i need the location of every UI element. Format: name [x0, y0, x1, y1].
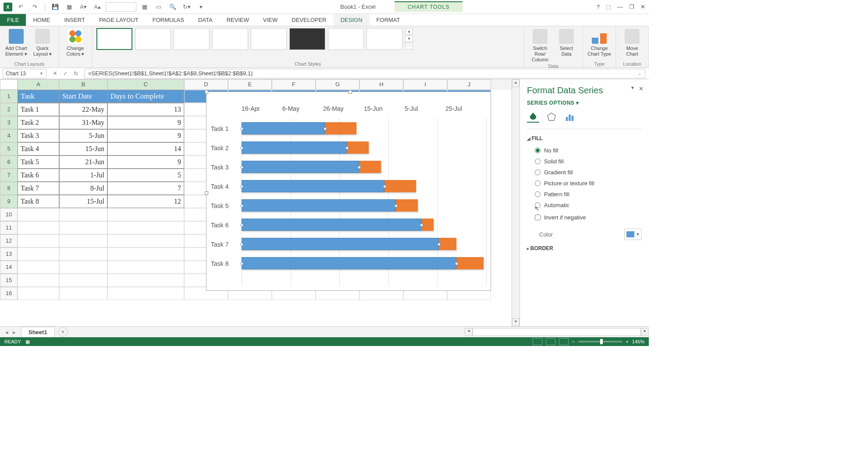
cell[interactable]: 12 [107, 195, 184, 208]
cell[interactable] [59, 221, 107, 234]
chart-category-row[interactable]: Task 3 [211, 158, 486, 177]
cell[interactable] [107, 287, 184, 300]
fill-option-radio[interactable] [535, 180, 541, 186]
row-header[interactable]: 5 [0, 142, 18, 155]
series-options-dropdown[interactable]: SERIES OPTIONS ▾ [527, 100, 642, 106]
fill-option-radio[interactable] [535, 169, 541, 175]
change-colors-button[interactable]: Change Colors ▾ [64, 28, 87, 57]
color-picker-button[interactable]: ▼ [624, 229, 642, 240]
row-header[interactable]: 2 [0, 103, 18, 116]
chart-series-bar-start-date[interactable] [242, 219, 421, 231]
cell[interactable]: 7 [107, 182, 184, 195]
fill-option-radio[interactable] [535, 159, 541, 164]
name-box[interactable]: Chart 13▼ [3, 69, 46, 78]
invert-if-negative-checkbox[interactable] [535, 215, 541, 220]
row-header[interactable]: 6 [0, 155, 18, 169]
fill-section-header[interactable]: FILL [527, 135, 642, 141]
cell[interactable] [107, 208, 184, 221]
font-combo[interactable] [106, 2, 136, 12]
select-all-box[interactable] [0, 79, 18, 90]
scroll-down-button[interactable]: ▾ [512, 318, 519, 326]
zoom-slider[interactable] [578, 341, 622, 342]
ribbon-tab-developer[interactable]: DEVELOPER [285, 14, 333, 26]
cancel-formula-button[interactable]: ✕ [50, 70, 60, 77]
cell[interactable]: Task 1 [18, 103, 59, 116]
cell[interactable] [59, 208, 107, 221]
cell[interactable]: Task 4 [18, 142, 59, 155]
undo-button[interactable]: ↶ [15, 1, 26, 13]
cell[interactable]: 14 [107, 142, 184, 155]
cell[interactable]: 5-Jun [59, 129, 107, 142]
embedded-chart[interactable]: 16-Apr6-May26-May15-Jun5-Jul25-Jul Task … [206, 92, 491, 291]
cell[interactable]: 31-May [59, 116, 107, 129]
select-data-button[interactable]: Select Data [555, 28, 578, 57]
ribbon-tab-view[interactable]: VIEW [256, 14, 285, 26]
column-header[interactable]: H [359, 79, 403, 90]
switch-row-column-button[interactable]: Switch Row/ Column [528, 28, 552, 63]
chart-series-bar-days[interactable] [347, 141, 369, 154]
row-header[interactable]: 16 [0, 287, 18, 300]
ribbon-display-button[interactable]: ⬚ [606, 4, 611, 10]
row-header[interactable]: 15 [0, 274, 18, 287]
scroll-right-button[interactable]: ▸ [641, 328, 649, 336]
chart-series-bar-days[interactable] [456, 257, 484, 269]
row-header[interactable]: 1 [0, 90, 18, 103]
row-header[interactable]: 13 [0, 247, 18, 261]
save-button[interactable]: 💾 [50, 1, 61, 13]
row-header[interactable]: 9 [0, 195, 18, 208]
cell[interactable]: Task 3 [18, 129, 59, 142]
formula-bar[interactable]: =SERIES(Sheet1!$B$1,Sheet1!$A$2:$A$9,She… [84, 69, 645, 78]
row-header[interactable]: 11 [0, 221, 18, 234]
chart-x-axis[interactable]: 16-Apr6-May26-May15-Jun5-Jul25-Jul [242, 105, 486, 112]
close-pane-button[interactable]: ✕ [639, 85, 644, 92]
chart-series-bar-start-date[interactable] [242, 141, 347, 154]
chart-category-row[interactable]: Task 1 [211, 119, 486, 138]
chart-style-thumb[interactable] [96, 28, 132, 50]
cell[interactable]: 22-May [59, 103, 107, 116]
cell[interactable]: 21-Jun [59, 155, 107, 169]
cell[interactable] [18, 261, 59, 274]
qat-button[interactable]: ↻▾ [181, 1, 192, 13]
cell[interactable]: 9 [107, 116, 184, 129]
fill-option-row[interactable]: Solid fill [527, 156, 642, 167]
cell[interactable] [59, 247, 107, 261]
scroll-left-button[interactable]: ◂ [465, 328, 473, 336]
cell[interactable] [59, 274, 107, 287]
cell[interactable] [59, 234, 107, 247]
fill-option-radio[interactable] [535, 191, 541, 197]
vertical-scrollbar[interactable]: ▴ ▾ [512, 79, 519, 326]
ribbon-tab-page-layout[interactable]: PAGE LAYOUT [92, 14, 146, 26]
cell[interactable] [107, 247, 184, 261]
cell[interactable] [59, 261, 107, 274]
chart-series-bar-start-date[interactable] [242, 199, 396, 212]
fill-option-radio[interactable] [535, 148, 541, 153]
chart-series-bar-days[interactable] [439, 238, 456, 250]
sheet-nav-prev[interactable]: ◂ [4, 329, 10, 335]
chart-series-bar-days[interactable] [384, 180, 416, 192]
chart-series-bar-days[interactable] [359, 161, 381, 173]
chart-series-bar-days[interactable] [396, 199, 418, 212]
font-decrease-button[interactable]: A▾ [78, 1, 89, 13]
series-options-icon[interactable] [564, 111, 576, 123]
row-header[interactable]: 3 [0, 116, 18, 129]
chart-series-bar-start-date[interactable] [242, 122, 325, 134]
qat-button[interactable]: ▭ [153, 1, 164, 13]
zoom-level[interactable]: 145% [632, 339, 644, 344]
zoom-out-button[interactable]: − [572, 339, 575, 344]
quick-layout-button[interactable]: Quick Layout ▾ [31, 28, 54, 57]
ribbon-tab-insert[interactable]: INSERT [57, 14, 92, 26]
column-header[interactable]: I [403, 79, 447, 90]
cell[interactable]: 13 [107, 103, 184, 116]
formula-expand-button[interactable]: ⌄ [638, 71, 641, 76]
column-header[interactable]: G [316, 79, 359, 90]
chart-style-thumb[interactable] [328, 28, 364, 50]
row-header[interactable]: 14 [0, 261, 18, 274]
chart-category-row[interactable]: Task 8 [211, 254, 486, 273]
cell[interactable]: 8-Jul [59, 182, 107, 195]
cell[interactable]: 15-Jun [59, 142, 107, 155]
ribbon-tab-data[interactable]: DATA [191, 14, 220, 26]
row-header[interactable]: 7 [0, 169, 18, 182]
gallery-up-button[interactable]: ▴ [405, 28, 413, 35]
cell[interactable] [18, 247, 59, 261]
fill-option-row[interactable]: Automatic [527, 200, 642, 211]
